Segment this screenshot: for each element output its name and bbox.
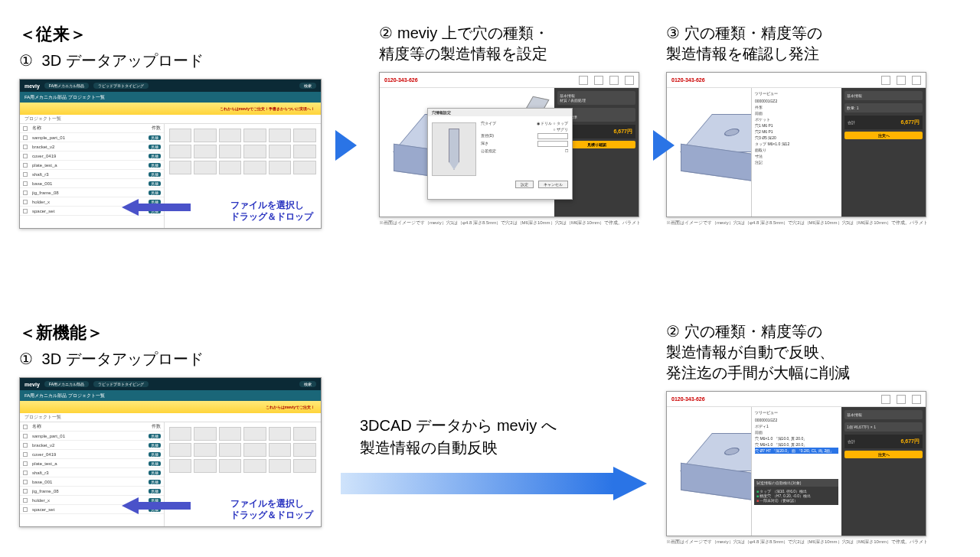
- app-logo: meviy: [24, 382, 40, 387]
- tree-item: 穴1 M6 P1: [755, 122, 838, 129]
- header-search: 検索: [299, 83, 316, 89]
- dialog-cancel-button[interactable]: キャンセル: [538, 181, 568, 188]
- app-logo: meviy: [24, 83, 40, 89]
- screenshot-project-list-new: meviy FA用メカニカル部品ラピッドプロトタイピング検索 FA用メカニカル部…: [19, 377, 322, 527]
- drag-drop-instruction: ファイルを選択し ドラッグ＆ドロップ: [230, 498, 313, 522]
- conv-step2: ②meviy 上で穴の種類・ 精度等の製造情報を設定 0120-343-626: [333, 23, 639, 226]
- lbl: 深さ: [481, 141, 488, 147]
- step-number: ③: [666, 23, 680, 44]
- footnote: ※画面はイメージです（meviy）穴1は（φ4.8 深さ8.5mm）で穴2は（M…: [666, 220, 926, 226]
- step-number: ①: [19, 50, 33, 71]
- tree-title: ツリービュー: [755, 410, 838, 415]
- big-arrow-label: 3DCAD データから meviy へ 製造情報の自動反映: [360, 415, 557, 459]
- order-button[interactable]: 注文へ: [844, 451, 923, 458]
- price-value: 6,677円: [900, 438, 920, 445]
- t: 発注迄の手間が大幅に削減: [666, 364, 850, 381]
- t: meviy 上で穴の種類・: [397, 24, 549, 41]
- side-panel: 基本情報 数量: 1 合計6,677円 注文へ: [841, 88, 926, 217]
- t: 穴の種類・精度等の: [684, 323, 822, 340]
- toolbar-icon: [594, 76, 603, 85]
- feature-tree: ツリービュー 0000001GZ2 外形 前面 ポケット 穴1 M6 P1 穴2…: [751, 88, 841, 217]
- t: 製造情報を確認し発注: [666, 45, 819, 62]
- unit-price: 1個 ¥6,677円 × 1: [847, 425, 920, 429]
- auto-detect-title: 製造情報の自動検出(対象): [754, 479, 838, 487]
- new-step1-title: ① 3D データアップロード: [19, 349, 333, 370]
- dialog-fields: 穴タイプ ◉ ドリル ○ タップ ○ ザグリ 直径(D) 深さ 公差指定☐: [481, 119, 568, 176]
- opt: ドリル: [541, 121, 552, 125]
- drop-line2: ドラッグ＆ドロップ: [230, 211, 313, 223]
- tree-item: ポケット: [755, 116, 838, 122]
- order-button[interactable]: 注文へ: [844, 132, 923, 139]
- tree-item: 穴3 Ø5 深20: [755, 135, 838, 141]
- drop-line1: ファイルを選択し: [230, 200, 313, 212]
- price-label: 合計: [848, 439, 855, 444]
- tree-item: 面取り: [755, 147, 838, 153]
- drop-line1: ファイルを選択し: [230, 498, 313, 510]
- tree-item: 寸法: [755, 153, 838, 159]
- tree-item: 前面: [755, 110, 838, 116]
- new-step2-title: ②穴の種類・精度等の 製造情報が自動で反映、 発注迄の手間が大幅に削減: [666, 321, 976, 383]
- screenshot-3d-autodetect: 0120-343-626 ツリービュー 0000001GZ2 ボディ1: [666, 391, 926, 536]
- tree-item: 穴 M6×1.0 「深10.0, 貫:20.0」: [755, 435, 838, 441]
- header-pill: ラピッドプロトタイピング: [93, 83, 149, 89]
- drag-drop-arrow-icon: [122, 497, 191, 514]
- toolbar-icon: [912, 76, 921, 85]
- step-title-text: 3D データアップロード: [42, 350, 204, 367]
- price-label: 合計: [848, 120, 855, 125]
- app-subheader: FA用メカニカル部品 プロジェクト一覧: [20, 92, 321, 103]
- tree-part-code: 0000001GZ2: [755, 98, 838, 104]
- screenshot-3d-confirm: 0120-343-626 ツリービュー 0000001GZ2 外形: [666, 72, 926, 217]
- t: 精度等の製造情報を設定: [379, 45, 547, 62]
- drag-drop-arrow-icon: [122, 199, 191, 216]
- promo-banner: これからはmeviyでご注文！手書きからついに実現へ！: [20, 103, 321, 115]
- opt: タップ: [557, 121, 568, 125]
- dialog-ok-button[interactable]: 設定: [515, 181, 534, 188]
- arrow-label-l1: 3DCAD データから meviy へ: [360, 415, 557, 437]
- flow-arrow-icon: [335, 130, 357, 161]
- thumbnail-area: ファイルを選択し ドラッグ＆ドロップ: [165, 124, 321, 228]
- flow-arrow-icon: [653, 130, 675, 161]
- tree-item: ボディ1: [755, 423, 838, 429]
- toolbar-icon: [881, 76, 890, 85]
- toolbar: プロジェクト一覧: [20, 115, 321, 124]
- conv-step1-title: ① 3D データアップロード: [19, 50, 333, 71]
- side-panel: 基本情報 1個 ¥6,677円 × 1 合計6,677円 注文へ: [841, 407, 926, 536]
- 3d-viewport: ツリービュー 0000001GZ2 外形 前面 ポケット 穴1 M6 P1 穴2…: [667, 88, 841, 217]
- hole-preview-icon: [432, 122, 476, 176]
- price-value: 6,677円: [900, 119, 920, 126]
- big-flow-arrow-icon: [341, 467, 647, 500]
- tree-item-selected: 穴 Ø7 H7 「深20.0」 面 「0.2/0, C1, 両, 2面」: [755, 448, 838, 454]
- new-step1: ＜新機能＞ ① 3D データアップロード meviy FA用メカニカル部品ラピッ…: [0, 321, 333, 527]
- hole-settings-dialog: 穴情報設定 穴タイプ ◉ ドリル ○ タップ ○ ザグリ 直径(D) 深さ 公差…: [427, 108, 573, 200]
- toolbar-icon: [625, 76, 634, 85]
- conv-step1: ＜従来＞ ① 3D データアップロード meviy FA用メカニカル部品 ラピッ…: [0, 23, 333, 229]
- new-step2: ②穴の種類・精度等の 製造情報が自動で反映、 発注迄の手間が大幅に削減 0120…: [639, 321, 976, 546]
- opt: ザグリ: [557, 127, 568, 132]
- conv-step3: ③穴の種類・精度等の 製造情報を確認し発注 0120-343-626: [639, 23, 976, 226]
- tree-title: ツリービュー: [755, 91, 838, 96]
- toolbar-icon: [897, 395, 906, 404]
- step-number: ②: [379, 23, 393, 44]
- dialog-title: 穴情報設定: [428, 109, 572, 116]
- tree-item: 穴 M6×1.0 「深10.0, 貫:20.0」: [755, 441, 838, 448]
- tree-item: 前面: [755, 429, 838, 435]
- screenshot-3d-configure: 0120-343-626 穴情報設定: [379, 72, 639, 217]
- t: 製造情報が自動で反映、: [666, 344, 835, 360]
- support-tel: 0120-343-626: [671, 396, 705, 402]
- auto-detect-panel: 製造情報の自動検出(対象) タップ （深10, 径6.0）検出 精度穴 （H7,…: [754, 479, 838, 505]
- row-conventional: ＜従来＞ ① 3D データアップロード meviy FA用メカニカル部品 ラピッ…: [0, 23, 980, 229]
- screenshot-project-list-conv: meviy FA用メカニカル部品 ラピッドプロトタイピング 検索 FA用メカニカ…: [19, 79, 322, 229]
- conv-step2-title: ②meviy 上で穴の種類・ 精度等の製造情報を設定: [379, 23, 639, 64]
- toolbar-icon: [881, 395, 890, 404]
- section-label-conventional: ＜従来＞: [19, 23, 333, 46]
- list-title: プロジェクト一覧: [24, 116, 61, 122]
- auto-detect-warn: 一部未対応（要確認）: [756, 498, 836, 503]
- 3d-viewport: ツリービュー 0000001GZ2 ボディ1 前面 穴 M6×1.0 「深10.…: [667, 407, 841, 536]
- step-number: ①: [19, 349, 33, 370]
- footnote: ※画面はイメージです（meviy）穴1は（φ4.8 深さ8.5mm）で穴2は（M…: [666, 539, 926, 546]
- section-label-new: ＜新機能＞: [19, 321, 333, 344]
- tree-item: 外形: [755, 104, 838, 110]
- step-number: ②: [666, 321, 680, 342]
- price-value: 6,677円: [613, 128, 632, 135]
- tree-item: 穴2 M6 P1: [755, 129, 838, 135]
